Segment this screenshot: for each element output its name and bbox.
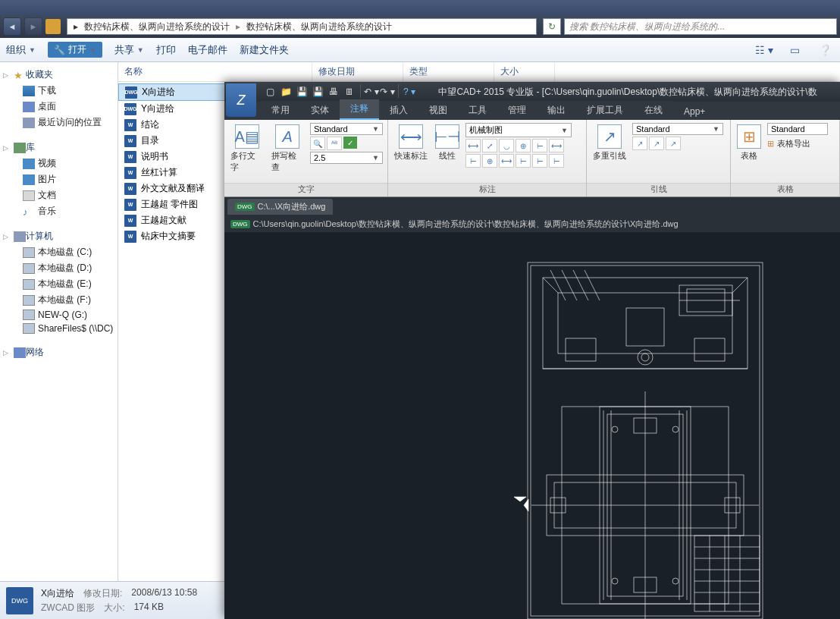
status-size: 174 KB bbox=[134, 602, 164, 614]
dim-icon[interactable]: ⊢ bbox=[532, 139, 547, 152]
sidebar-item-drive-c[interactable]: 本地磁盘 (C:) bbox=[0, 244, 118, 260]
ribbon-tab[interactable]: 输出 bbox=[537, 101, 576, 120]
refresh-button[interactable]: ↻ bbox=[543, 18, 561, 35]
breadcrumb[interactable]: ▸ 数控钻床横、纵两向进给系统的设计 ▸ 数控钻床横、纵两向进给系统的设计 bbox=[67, 18, 537, 35]
sidebar-item-drive-g[interactable]: NEW-Q (G:) bbox=[0, 308, 118, 322]
ribbon-tabs: 常用实体注释插入视图工具管理输出扩展工具在线App+ bbox=[224, 102, 840, 120]
cad-logo[interactable]: Z bbox=[226, 83, 256, 117]
sidebar-item-drive-e[interactable]: 本地磁盘 (E:) bbox=[0, 276, 118, 292]
share-menu[interactable]: 共享▼ bbox=[114, 43, 144, 57]
dim-icon[interactable]: ⊕ bbox=[516, 139, 531, 152]
dim-icon[interactable]: ⟷ bbox=[465, 139, 481, 152]
breadcrumb-item[interactable]: 数控钻床横、纵两向进给系统的设计 bbox=[243, 20, 395, 33]
status-date: 2008/6/13 10:58 bbox=[131, 587, 197, 600]
ribbon-tab[interactable]: 实体 bbox=[300, 101, 340, 120]
spell-check-button[interactable]: A拼写检查 bbox=[270, 123, 306, 174]
print-button[interactable]: 打印 bbox=[156, 43, 176, 57]
column-date[interactable]: 修改日期 bbox=[312, 62, 403, 81]
leader-icon[interactable]: ↗ bbox=[666, 137, 681, 150]
ribbon-tab[interactable]: 注释 bbox=[340, 99, 379, 120]
new-folder-button[interactable]: 新建文件夹 bbox=[240, 43, 289, 57]
ribbon-tab[interactable]: 常用 bbox=[261, 101, 300, 120]
sidebar-item-downloads[interactable]: 下载 bbox=[0, 83, 118, 99]
file-name: X向进给 bbox=[142, 86, 175, 99]
dim-icon[interactable]: ⊢ bbox=[532, 154, 547, 168]
text-tool-icon[interactable]: ᴬᴮ bbox=[327, 137, 342, 150]
ribbon-tab[interactable]: 插入 bbox=[379, 101, 418, 120]
preview-icon[interactable]: 🗏 bbox=[342, 84, 357, 99]
sidebar-item-recent[interactable]: 最近访问的位置 bbox=[0, 115, 118, 130]
file-icon: DWG bbox=[125, 86, 137, 99]
svg-rect-2 bbox=[543, 278, 748, 369]
table-button[interactable]: ⊞表格 bbox=[735, 123, 763, 163]
ribbon-tab[interactable]: 工具 bbox=[458, 101, 497, 120]
sidebar-favorites[interactable]: ★收藏夹 bbox=[0, 67, 118, 83]
dim-icon[interactable]: ⟷ bbox=[549, 139, 564, 152]
quick-dim-button[interactable]: ⟷快速标注 bbox=[393, 123, 429, 163]
sidebar-item-music[interactable]: ♪音乐 bbox=[0, 203, 118, 219]
sidebar-item-drive-d[interactable]: 本地磁盘 (D:) bbox=[0, 260, 118, 276]
document-tab[interactable]: DWGC:\...\X向进给.dwg bbox=[227, 199, 333, 215]
back-button[interactable]: ◄ bbox=[3, 17, 21, 36]
forward-button[interactable]: ► bbox=[24, 17, 42, 36]
email-button[interactable]: 电子邮件 bbox=[188, 43, 227, 57]
linear-dim-button[interactable]: ⊢⊣线性 bbox=[434, 123, 461, 163]
sidebar-item-drive-f[interactable]: 本地磁盘 (F:) bbox=[0, 292, 118, 308]
dim-icon[interactable]: ⊢ bbox=[549, 154, 564, 168]
check-icon[interactable]: ✓ bbox=[343, 137, 357, 149]
sidebar-item-desktop[interactable]: 桌面 bbox=[0, 99, 118, 115]
dim-icon[interactable]: ⟷ bbox=[499, 154, 514, 168]
save-icon[interactable]: 💾 bbox=[294, 84, 309, 99]
ribbon-tab[interactable]: 在线 bbox=[634, 101, 673, 120]
leader-icon[interactable]: ↗ bbox=[649, 137, 664, 150]
view-options-button[interactable]: ☷ ▾ bbox=[755, 42, 773, 58]
sidebar-network[interactable]: 网络 bbox=[0, 344, 118, 360]
open-menu[interactable]: 🔧 打开 ▼ bbox=[48, 42, 102, 58]
dim-icon[interactable]: ◡ bbox=[499, 139, 514, 152]
explorer-titlebar[interactable] bbox=[0, 0, 840, 15]
search-input[interactable]: 搜索 数控钻床横、纵两向进给系统的... bbox=[564, 18, 837, 35]
dim-icon[interactable]: ⊢ bbox=[516, 154, 531, 168]
leader-style-combo[interactable]: Standard▼ bbox=[632, 123, 723, 135]
new-icon[interactable]: ▢ bbox=[262, 84, 277, 99]
find-icon[interactable]: 🔍 bbox=[310, 137, 325, 150]
organize-menu[interactable]: 组织▼ bbox=[6, 43, 36, 57]
multiline-text-button[interactable]: A▤多行文字 bbox=[229, 123, 265, 174]
sidebar-libraries[interactable]: 库 bbox=[0, 140, 118, 156]
dim-icon[interactable]: ⊕ bbox=[482, 154, 497, 168]
dim-icon[interactable]: ⊢ bbox=[465, 154, 481, 168]
redo-icon[interactable]: ↷ ▾ bbox=[380, 84, 395, 99]
column-headers[interactable]: 名称 修改日期 类型 大小 bbox=[118, 62, 840, 82]
sidebar-item-network-share[interactable]: ShareFiles$ (\\DC) bbox=[0, 322, 118, 335]
dim-style-combo[interactable]: 机械制图▼ bbox=[465, 123, 572, 137]
text-style-combo[interactable]: Standard▼ bbox=[310, 123, 383, 135]
dim-icon[interactable]: ⤢ bbox=[482, 139, 497, 152]
saveas-icon[interactable]: 💾 bbox=[310, 84, 325, 99]
ribbon-tab[interactable]: 扩展工具 bbox=[576, 101, 634, 120]
help-icon[interactable]: ? ▾ bbox=[402, 84, 417, 99]
sidebar-item-videos[interactable]: 视频 bbox=[0, 156, 118, 171]
sidebar-item-pictures[interactable]: 图片 bbox=[0, 171, 118, 187]
file-name: 丝杠计算 bbox=[141, 166, 177, 179]
column-size[interactable]: 大小 bbox=[494, 62, 555, 81]
open-icon[interactable]: 📁 bbox=[278, 84, 293, 99]
help-button[interactable]: ❔ bbox=[816, 42, 834, 58]
table-export-button[interactable]: ⊞表格导出 bbox=[767, 138, 835, 149]
print-icon[interactable]: 🖶 bbox=[326, 84, 341, 99]
undo-icon[interactable]: ↶ ▾ bbox=[364, 84, 379, 99]
preview-pane-button[interactable]: ▭ bbox=[785, 42, 804, 58]
column-type[interactable]: 类型 bbox=[403, 62, 494, 81]
sidebar-computer[interactable]: 计算机 bbox=[0, 228, 118, 244]
ribbon-tab[interactable]: App+ bbox=[673, 103, 716, 120]
breadcrumb-item[interactable]: 数控钻床横、纵两向进给系统的设计 bbox=[81, 20, 233, 33]
svg-line-11 bbox=[562, 270, 577, 300]
multileader-button[interactable]: ↗多重引线 bbox=[591, 123, 628, 163]
table-style-combo[interactable]: Standard bbox=[767, 123, 828, 135]
sidebar-item-documents[interactable]: 文档 bbox=[0, 187, 118, 203]
leader-icon[interactable]: ↗ bbox=[632, 137, 647, 150]
column-name[interactable]: 名称 bbox=[118, 62, 312, 81]
drawing-canvas[interactable] bbox=[224, 232, 840, 619]
text-height-combo[interactable]: 2.5▼ bbox=[310, 152, 383, 164]
ribbon-tab[interactable]: 管理 bbox=[497, 101, 537, 120]
ribbon-tab[interactable]: 视图 bbox=[418, 101, 458, 120]
